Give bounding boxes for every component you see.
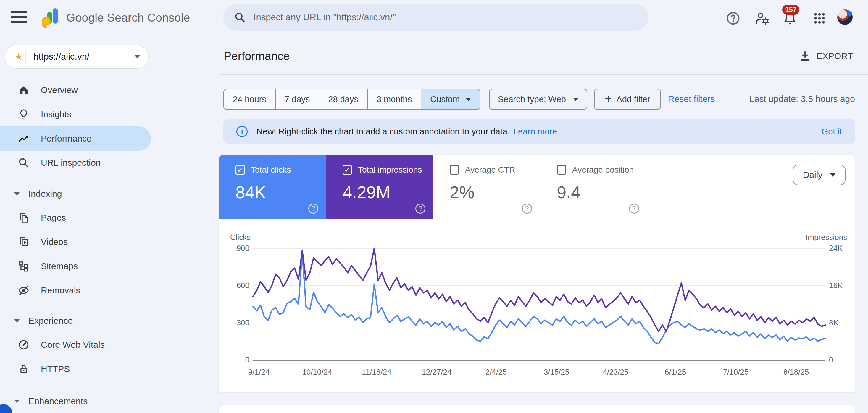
chevron-down-icon <box>134 55 140 59</box>
sidebar-item-insights[interactable]: Insights <box>0 102 151 127</box>
granularity-dropdown[interactable]: Daily <box>793 165 845 185</box>
sidebar-item-label: Videos <box>41 237 68 247</box>
url-inspect-search-input[interactable]: Inspect any URL in "https://aiic.vn/" <box>223 4 648 31</box>
header-divider <box>219 74 868 75</box>
hamburger-menu-icon[interactable] <box>11 11 27 24</box>
sidebar-item-removals[interactable]: Removals <box>0 278 151 303</box>
star-icon: ★ <box>14 51 23 62</box>
sidebar-item-label: HTTPS <box>41 364 70 374</box>
sidebar-item-core-web-vitals[interactable]: Core Web Vitals <box>0 333 151 357</box>
apps-grid-button[interactable] <box>811 10 828 27</box>
sidebar-item-https[interactable]: HTTPS <box>0 357 151 381</box>
x-axis-label: 11/18/24 <box>362 368 391 377</box>
checkbox-checked-icon[interactable]: ✓ <box>236 165 245 175</box>
got-it-button[interactable]: Got it <box>822 127 842 136</box>
date-range-7-days[interactable]: 7 days <box>276 89 319 109</box>
sidebar-item-videos[interactable]: Videos <box>0 230 151 254</box>
sidebar-item-label: Core Web Vitals <box>41 340 105 350</box>
sidebar-divider <box>9 182 146 182</box>
help-button[interactable] <box>725 10 741 27</box>
date-range-28-days[interactable]: 28 days <box>319 89 368 109</box>
sidebar-item-sitemaps[interactable]: Sitemaps <box>0 254 151 278</box>
sidebar-item-pages[interactable]: Pages <box>0 206 151 230</box>
metric-value: 84K <box>236 182 326 202</box>
metric-card-average-ctr[interactable]: Average CTR 2% ? <box>433 154 540 219</box>
date-range-24-hours[interactable]: 24 hours <box>224 89 276 109</box>
last-update-text: Last update: 3.5 hours ago <box>749 94 855 104</box>
sidebar-item-url-inspection[interactable]: URL inspection <box>0 151 151 175</box>
x-axis-label: 7/10/25 <box>723 368 749 377</box>
metric-label: Total impressions <box>358 165 422 175</box>
sidebar-section-label: Enhancements <box>28 396 88 406</box>
search-console-logo-icon <box>40 6 62 28</box>
performance-trend-icon <box>18 133 30 144</box>
chevron-down-icon <box>466 98 471 101</box>
account-avatar[interactable] <box>837 9 852 25</box>
x-axis-label: 10/10/24 <box>302 368 332 377</box>
sidebar-section-label: Experience <box>28 316 73 326</box>
left-axis-tick: 300 <box>223 318 249 327</box>
sidebar-section-experience[interactable]: Experience <box>0 312 151 330</box>
time-series-chart[interactable]: Clicks Impressions 90024K60016K3008K009/… <box>253 248 826 360</box>
chart-gridline <box>253 360 826 361</box>
reset-filters-link[interactable]: Reset filters <box>668 94 715 104</box>
sidebar-section-enhancements[interactable]: Enhancements <box>0 392 151 410</box>
help-icon[interactable]: ? <box>415 204 426 214</box>
speedometer-icon <box>18 339 30 351</box>
checkbox-unchecked-icon[interactable] <box>557 165 566 175</box>
user-settings-button[interactable] <box>754 10 770 27</box>
next-section-panel <box>219 405 855 413</box>
pages-icon <box>18 212 30 223</box>
chevron-down-icon <box>573 98 578 101</box>
help-icon[interactable]: ? <box>629 204 639 214</box>
date-range-3-months[interactable]: 3 months <box>368 89 421 109</box>
series-line-impressions <box>253 248 826 332</box>
metric-card-total-clicks[interactable]: ✓ Total clicks 84K ? <box>219 154 326 219</box>
checkbox-checked-icon[interactable]: ✓ <box>343 165 352 175</box>
plus-icon: + <box>605 92 612 105</box>
right-axis-title: Impressions <box>806 233 847 242</box>
date-range-custom[interactable]: Custom <box>421 89 480 109</box>
series-line-clicks <box>253 252 826 344</box>
search-placeholder: Inspect any URL in "https://aiic.vn/" <box>253 12 396 23</box>
info-icon: i <box>237 126 248 137</box>
chevron-down-icon <box>14 400 20 403</box>
property-favicon: ★ <box>11 49 26 64</box>
help-icon[interactable]: ? <box>308 204 318 214</box>
search-type-dropdown[interactable]: Search type: Web <box>489 89 587 110</box>
search-icon <box>234 11 246 23</box>
chevron-down-icon <box>830 173 835 177</box>
chart-lines[interactable] <box>253 248 826 360</box>
export-button[interactable]: EXPORT <box>799 47 853 65</box>
left-axis-tick: 900 <box>223 244 249 253</box>
sidebar-item-performance[interactable]: Performance <box>0 127 151 151</box>
metric-card-total-impressions[interactable]: ✓ Total impressions 4.29M ? <box>326 154 433 219</box>
metric-card-average-position[interactable]: Average position 9.4 ? <box>540 154 647 219</box>
sidebar-section-indexing[interactable]: Indexing <box>0 185 151 203</box>
export-label: EXPORT <box>816 51 853 61</box>
lock-icon <box>18 363 30 375</box>
videos-icon <box>18 236 30 248</box>
sidebar-item-label: Insights <box>41 109 71 119</box>
sidebar-section-label: Indexing <box>28 189 62 199</box>
checkbox-unchecked-icon[interactable] <box>450 165 459 175</box>
learn-more-link[interactable]: Learn more <box>513 127 557 136</box>
sidebar-item-label: URL inspection <box>41 158 101 168</box>
left-axis-tick: 600 <box>223 281 249 290</box>
add-filter-button[interactable]: + Add filter <box>594 89 661 110</box>
metric-value: 4.29M <box>343 182 433 202</box>
help-icon[interactable]: ? <box>522 204 532 214</box>
date-range-segmented-control: 24 hours 7 days 28 days 3 months Custom <box>223 89 480 110</box>
sidebar-divider <box>9 387 146 387</box>
sidebar-item-label: Removals <box>41 285 80 296</box>
sidebar-item-overview[interactable]: Overview <box>0 78 151 102</box>
home-icon <box>18 84 30 96</box>
metric-label: Average position <box>572 165 634 175</box>
sidebar-item-label: Overview <box>41 85 78 95</box>
annotation-promo-banner: i New! Right-click the chart to add a cu… <box>223 119 855 144</box>
granularity-label: Daily <box>803 170 823 180</box>
x-axis-label: 6/1/25 <box>665 368 686 377</box>
property-selector[interactable]: ★ https://aiic.vn/ <box>5 45 149 69</box>
apps-grid-icon <box>813 11 826 25</box>
sitemaps-icon <box>18 260 30 272</box>
